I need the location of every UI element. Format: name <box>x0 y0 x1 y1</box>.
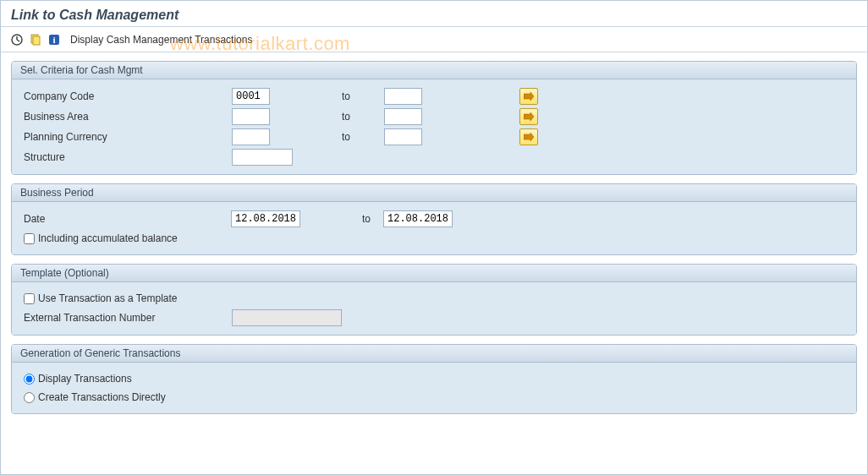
company-code-from-input[interactable] <box>232 88 270 105</box>
execute-icon[interactable] <box>9 32 25 47</box>
business-area-from-input[interactable] <box>232 108 270 125</box>
svg-rect-4 <box>33 36 40 45</box>
planning-currency-multi-select-button[interactable] <box>519 128 538 145</box>
panel-generation: Generation of Generic Transactions Displ… <box>11 344 857 414</box>
planning-currency-to-label: to <box>299 131 384 143</box>
structure-input[interactable] <box>232 149 293 166</box>
accum-balance-label: Including accumulated balance <box>38 232 178 244</box>
planning-currency-label: Planning Currency <box>12 131 232 143</box>
planning-currency-from-input[interactable] <box>232 128 270 145</box>
page-title: Link to Cash Management <box>11 8 857 23</box>
display-transactions-label: Display Transactions <box>38 373 132 385</box>
date-to-label: to <box>362 213 383 225</box>
date-from-input[interactable] <box>231 210 300 227</box>
panel-generation-title: Generation of Generic Transactions <box>12 345 856 363</box>
external-txn-input <box>232 309 342 326</box>
info-icon[interactable]: i <box>47 32 62 47</box>
panel-business-period: Business Period Date to Including accumu… <box>11 183 857 255</box>
toolbar: i Display Cash Management Transactions <box>1 27 867 52</box>
create-transactions-label: Create Transactions Directly <box>38 391 166 403</box>
date-label: Date <box>24 213 231 225</box>
business-area-label: Business Area <box>12 111 232 123</box>
planning-currency-to-input[interactable] <box>384 128 422 145</box>
date-to-input[interactable] <box>383 210 453 227</box>
accum-balance-checkbox[interactable] <box>24 233 35 244</box>
svg-line-2 <box>17 40 19 41</box>
display-transactions-radio[interactable] <box>24 374 35 385</box>
company-code-multi-select-button[interactable] <box>519 88 538 105</box>
display-cash-mgmt-link[interactable]: Display Cash Management Transactions <box>70 34 252 46</box>
structure-label: Structure <box>12 151 232 163</box>
variants-icon[interactable] <box>28 32 43 47</box>
create-transactions-radio[interactable] <box>24 392 35 403</box>
svg-text:i: i <box>52 35 55 45</box>
business-area-multi-select-button[interactable] <box>519 108 538 125</box>
use-template-checkbox[interactable] <box>24 293 35 304</box>
business-area-to-label: to <box>299 111 384 123</box>
panel-template-title: Template (Optional) <box>12 265 856 282</box>
external-txn-label: External Transaction Number <box>24 312 232 324</box>
panel-sel-criteria-title: Sel. Criteria for Cash Mgmt <box>12 62 856 79</box>
panel-sel-criteria: Sel. Criteria for Cash Mgmt Company Code… <box>11 61 857 175</box>
panel-template: Template (Optional) Use Transaction as a… <box>11 264 857 336</box>
business-area-to-input[interactable] <box>384 108 422 125</box>
company-code-label: Company Code <box>12 90 232 102</box>
company-code-to-label: to <box>299 90 384 102</box>
company-code-to-input[interactable] <box>384 88 422 105</box>
header: Link to Cash Management <box>1 1 867 27</box>
panel-business-period-title: Business Period <box>12 184 856 202</box>
use-template-label: Use Transaction as a Template <box>38 292 178 304</box>
